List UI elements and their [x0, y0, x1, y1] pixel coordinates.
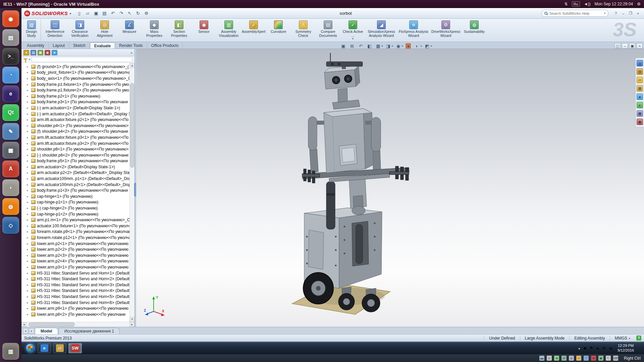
expand-arrow-icon[interactable]: ▸	[27, 71, 30, 74]
expand-arrow-icon[interactable]: ▸	[27, 200, 30, 204]
scrollbar-thumb[interactable]	[29, 322, 75, 326]
feature-tree-item[interactable]: ▸ cap-hinge-p1<1> (По умолчанию)	[21, 199, 129, 205]
view-toolbar-button[interactable]: ◉ ▾	[395, 43, 403, 49]
feature-tree-item[interactable]: ▸ HS-311 Hitec Standard Servo and Horn<3…	[21, 282, 129, 288]
panel-tab-icon[interactable]: ▦	[38, 50, 43, 55]
panel-tab-icon[interactable]: ▤	[31, 50, 36, 55]
feature-tree-item[interactable]: ▸ lower.arm.p2<3> (По умолчанию<<По умол…	[21, 252, 129, 258]
expand-arrow-icon[interactable]: ▸	[27, 154, 30, 157]
launcher-icon[interactable]: ▤	[2, 29, 19, 46]
expand-arrow-icon[interactable]: ▸	[27, 100, 30, 104]
feature-tree-item[interactable]: ▸ forearm.rotate.p9<1> (По умолчанию<<По…	[21, 229, 129, 235]
document-window-button[interactable]: ◫	[614, 43, 621, 49]
status-help-icon[interactable]: ?	[636, 336, 641, 341]
feature-tree-item[interactable]: ▸ body.frame.p2<1> (По умолчанию)	[21, 93, 129, 99]
toolbar-button[interactable]: ⚙	[143, 10, 150, 17]
filter-input[interactable]	[32, 57, 132, 62]
feature-tree-item[interactable]: ▸ shoulder.p4<1> (По умолчанию<<По умолч…	[21, 123, 129, 129]
document-window-button[interactable]: ▣	[629, 43, 635, 49]
task-pane-icon[interactable]: ◉	[637, 119, 643, 125]
vbox-status-icon[interactable]: ↖	[606, 356, 611, 361]
feature-tree-item[interactable]: ▸ (-) shoulder.p6<2> (По умолчанию<<По у…	[21, 152, 129, 158]
ribbon-tool-button[interactable]: ≋ FloXpress Analysis Wizard	[398, 19, 429, 41]
view-toolbar-button[interactable]: ◐ ▾	[414, 43, 422, 49]
feature-tree-item[interactable]: ▸ (-) arm.actuator.p2<1> (Default<<Defau…	[21, 111, 129, 117]
robot-head[interactable]	[324, 53, 363, 109]
robot-3d-model[interactable]	[289, 49, 423, 317]
expand-arrow-icon[interactable]: ▸	[27, 230, 30, 233]
feature-tree-item[interactable]: ▸ body.frame.p5<1> (По умолчанию<<По умо…	[21, 158, 129, 164]
taskbar-app-button[interactable]: e	[38, 343, 51, 353]
view-toolbar-button[interactable]: ↶	[358, 43, 364, 49]
task-pane-icon[interactable]: ◐	[637, 102, 643, 108]
document-window-button[interactable]: –	[622, 43, 628, 49]
ribbon-tool-button[interactable]: ◧ Section Properties	[167, 19, 191, 41]
tray-icon[interactable]: ◄	[608, 346, 613, 351]
ribbon-tool-button[interactable]: ▥ Assembly Visualization	[217, 19, 240, 41]
vertical-scrollbar[interactable]: ▲ ▼	[129, 63, 135, 322]
task-pane-icon[interactable]: ⌂	[637, 60, 643, 66]
toolbar-button[interactable]: ↖	[126, 10, 133, 17]
feature-tree-item[interactable]: ▸ (f) ground<1> (По умолчанию<<По умолча…	[21, 64, 129, 70]
ribbon-tool-button[interactable]: ▧ Design Study	[23, 19, 41, 41]
feature-tree-item[interactable]: ▸ body.frame.p1.fixture<1> (По умолчанию…	[21, 81, 129, 87]
scrollbar-track[interactable]	[130, 68, 135, 317]
vbox-status-icon[interactable]: ▬	[539, 356, 544, 361]
panel-tab-icon[interactable]: ◈	[45, 50, 50, 55]
feature-tree-item[interactable]: ▸ HS-311 Hitec Standard Servo and Horn<5…	[21, 294, 129, 300]
toolbar-button[interactable]: ▣	[92, 10, 100, 17]
view-toolbar-button[interactable]: ◨ ▾	[385, 43, 393, 49]
ribbon-tool-button[interactable]: ◎ Hole Alignment	[93, 19, 116, 41]
view-toolbar-button[interactable]: ▦ ▾	[375, 43, 383, 49]
vbox-status-icon[interactable]: ◄	[554, 356, 559, 361]
expand-arrow-icon[interactable]: ▸	[27, 65, 30, 68]
expand-arrow-icon[interactable]: ▸	[27, 177, 30, 180]
task-pane-icon[interactable]: ▤	[637, 68, 643, 75]
document-window-button[interactable]: ×	[637, 43, 643, 49]
feature-tree-item[interactable]: ▸ lower.arm.p2<2> (По умолчанию<<По умол…	[21, 246, 129, 252]
feature-tree-item[interactable]: ▸ HS-311 Hitec Standard Servo and Horn<1…	[21, 270, 129, 276]
vbox-status-icon[interactable]: □	[584, 356, 589, 361]
feature-tree-item[interactable]: ▸ body_axis<1> (По умолчанию<<По умолчан…	[21, 75, 129, 81]
expand-arrow-icon[interactable]: ▸	[27, 224, 30, 228]
feature-tree-item[interactable]: ▸ arm.p1.m<1> (По умолчанию<<По умолчани…	[21, 217, 129, 223]
taskbar-app-button[interactable]: ▱	[53, 343, 66, 353]
expand-arrow-icon[interactable]: ▸	[27, 272, 30, 275]
launcher-icon[interactable]: ◗	[2, 179, 19, 196]
feature-tree-item[interactable]: ▸ forearm.rotate.p12<1> (По умолчанию<<П…	[21, 235, 129, 241]
tray-icon[interactable]: ⚑	[589, 346, 594, 351]
search-box[interactable]: ▾	[541, 10, 608, 17]
robot-drive-wheel[interactable]	[303, 273, 333, 304]
expand-arrow-icon[interactable]: ▸	[27, 289, 30, 292]
launcher-icon[interactable]: ◍	[2, 198, 19, 215]
expand-arrow-icon[interactable]: ▸	[27, 242, 30, 245]
expand-arrow-icon[interactable]: ▸	[27, 88, 30, 92]
vbox-status-icon[interactable]: ⇄	[561, 356, 567, 361]
vbox-status-icon[interactable]: ◎	[547, 356, 552, 361]
expand-arrow-icon[interactable]: ▸	[27, 171, 30, 174]
feature-tree-item[interactable]: ▸ arm.lift.actuator.fixture.p3<1> (По ум…	[21, 134, 129, 140]
expand-arrow-icon[interactable]: ▸	[27, 248, 30, 251]
keyboard-layout-indicator[interactable]: Ru	[572, 1, 580, 7]
tab-scroll-right-icon[interactable]: ▸	[29, 328, 34, 334]
filter-icon[interactable]	[23, 58, 28, 61]
expand-arrow-icon[interactable]: ▸	[27, 77, 30, 80]
search-input[interactable]	[549, 11, 602, 15]
taskbar-app-button[interactable]: SW	[68, 343, 82, 353]
feature-tree-item[interactable]: ▸ (f) shoulder.p4<2> (По умолчанию<<По у…	[21, 129, 129, 135]
tray-icon[interactable]: ●	[595, 346, 600, 351]
view-toolbar-button[interactable]: ⊞	[349, 43, 355, 49]
launcher-icon[interactable]: ◇	[2, 217, 19, 234]
ribbon-tool-button[interactable]: ◫ Interference Detection	[43, 19, 67, 41]
scroll-up-icon[interactable]: ▲	[130, 63, 135, 68]
view-toolbar-button[interactable]: ▣	[340, 43, 346, 49]
expand-arrow-icon[interactable]: ▸	[27, 106, 30, 110]
feature-tree-item[interactable]: ▸ arm.actuator.p2<2> (Default<<Default>_…	[21, 170, 129, 176]
feature-tree-item[interactable]: ▸ shoulder.p6<1> (По умолчанию<<По умолч…	[21, 146, 129, 152]
feature-tree-item[interactable]: ▸ lower.arm.p8<2> (По умолчанию<<По умол…	[21, 311, 129, 317]
solidworks-logo[interactable]: ds SOLIDWORKS	[24, 10, 68, 16]
ribbon-tool-button[interactable]: ✓ AssemblyXpert	[242, 19, 265, 41]
ribbon-tool-button[interactable]: ◆ Mass Properties	[143, 19, 166, 41]
feature-tree-item[interactable]: ▸ actuator.100.fixture<1> (По умолчанию<…	[21, 223, 129, 229]
feature-tree-item[interactable]: ▸ body.frame.p1.fixture<2> (По умолчанию…	[21, 87, 129, 93]
